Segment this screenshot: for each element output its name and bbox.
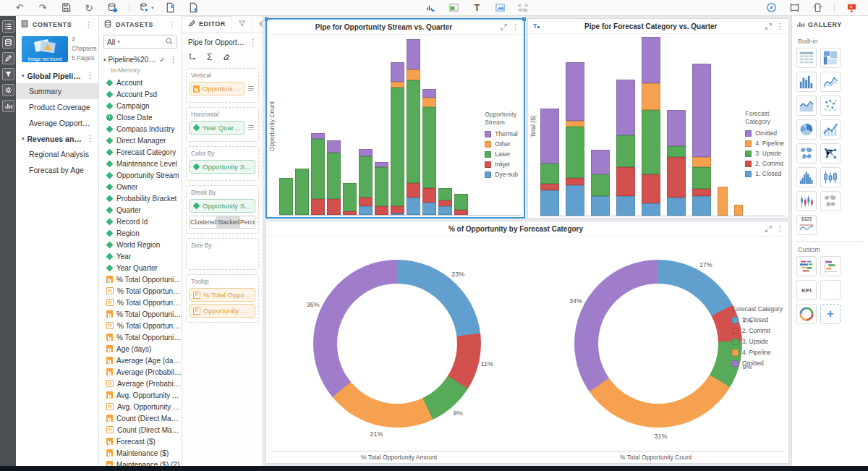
dataset-filter-dropdown[interactable]: All — [107, 38, 115, 46]
sidebar-page-forecast-by-age[interactable]: Forecast by Age — [16, 162, 98, 178]
stacked-bar[interactable] — [591, 37, 610, 216]
sidebar-page-average-opportunity[interactable]: Average Opportunity — [16, 115, 98, 131]
bar-segment-thermal[interactable] — [311, 133, 325, 138]
bar-segment-laser[interactable] — [407, 80, 420, 183]
bar-segment-other[interactable] — [407, 69, 420, 80]
toggle-clustered[interactable]: Clustered — [190, 216, 217, 228]
bar-segment-laser[interactable] — [375, 167, 388, 206]
dataset-field-row[interactable]: Quarter — [106, 204, 182, 216]
bar-segment-laser[interactable] — [454, 194, 468, 210]
bar-segment-4-pipeline[interactable] — [642, 83, 660, 110]
rail-gallery-icon[interactable] — [2, 100, 14, 112]
stacked-bar[interactable] — [734, 37, 743, 216]
sidebar-page-summary[interactable]: Summary — [16, 83, 98, 99]
stacked-bar[interactable] — [566, 37, 584, 216]
dataset-field-row[interactable]: Owner — [106, 181, 182, 192]
dataset-field-row[interactable]: Campaign — [106, 100, 182, 111]
gallery-tile-kpi[interactable]: KPI — [796, 280, 817, 300]
gallery-tile-table[interactable] — [796, 48, 817, 68]
rail-filter-icon[interactable] — [2, 68, 14, 80]
dataset-search-box[interactable]: All ▾ — [103, 35, 177, 49]
bar-segment-dye-sub[interactable] — [438, 206, 452, 215]
editor-menu-icon[interactable]: ⋮ — [247, 38, 258, 47]
gallery-tile-area-chart[interactable] — [796, 96, 817, 116]
chapter-row[interactable]: ▾Revenues and For...⋮ — [16, 131, 98, 146]
bar-segment-inkjet[interactable] — [438, 200, 452, 205]
sidebar-page-regional-analysis[interactable]: Regional Analysis — [16, 146, 98, 162]
capture-region-icon[interactable] — [788, 1, 801, 14]
bar-segment-thermal[interactable] — [375, 162, 388, 167]
stacked-bar[interactable] — [642, 37, 660, 216]
gallery-tile-box-plot[interactable] — [820, 167, 841, 187]
bar-segment-1-closed[interactable] — [667, 198, 686, 216]
bar-segment-4-pipeline[interactable] — [734, 205, 743, 216]
stacked-bar[interactable] — [359, 38, 373, 215]
dataset-field-row[interactable]: World Region — [106, 239, 182, 250]
gallery-tile-line-chart[interactable] — [820, 72, 841, 92]
chevron-down-icon[interactable]: ▾ — [103, 57, 106, 63]
datasets-menu-icon[interactable]: ⋮ — [166, 20, 177, 30]
dataset-row[interactable]: ▾ Pipeline%20data%2... ✓ ⋮ — [99, 54, 182, 66]
rail-editor-icon[interactable] — [2, 52, 14, 64]
stacked-bar[interactable] — [327, 38, 341, 215]
bar-segment-4-pipeline[interactable] — [718, 187, 728, 216]
contents-menu-icon[interactable]: ⋮ — [83, 20, 94, 30]
bar-segment-3-upside[interactable] — [692, 167, 711, 189]
stacked-bar[interactable] — [311, 38, 325, 215]
dataset-field-row[interactable]: Forecast ($) — [106, 436, 182, 447]
chapter-row[interactable]: ▾Global Pipeline⋮ — [16, 68, 98, 83]
dataset-field-row[interactable]: % Total Opportunity A... — [106, 273, 182, 285]
bar-segment-3-upside[interactable] — [667, 146, 686, 157]
undo-icon[interactable]: ↶ — [13, 1, 26, 14]
donut-panel-menu-icon[interactable]: ⋮ — [775, 224, 786, 234]
bar-segment-thermal[interactable] — [422, 89, 436, 98]
bar-segment-laser[interactable] — [343, 183, 357, 211]
bar-segment-1-closed[interactable] — [692, 196, 711, 216]
gallery-tile-world-map[interactable] — [796, 143, 817, 164]
dataset-field-row[interactable]: Average (Age (days)) — [106, 355, 182, 366]
rail-contents-icon[interactable] — [2, 20, 14, 33]
add-image-icon[interactable] — [494, 1, 507, 14]
chart2-menu-icon[interactable]: ⋮ — [775, 22, 786, 31]
axis-chip[interactable]: fx% Total Opport... — [190, 288, 255, 302]
dataset-field-row[interactable]: Account — [106, 77, 182, 88]
gallery-tile-network[interactable] — [820, 143, 841, 164]
gallery-tile-bar-chart[interactable] — [796, 72, 817, 92]
bar-segment-3-upside[interactable] — [616, 135, 635, 167]
dataset-field-row[interactable]: Region — [106, 227, 182, 239]
dataset-field-row[interactable]: Maintenance ($) (2) — [106, 459, 182, 466]
bar-segment-thermal[interactable] — [359, 149, 373, 156]
add-html-icon[interactable]: < >HTML — [517, 1, 530, 14]
maximize-icon[interactable] — [762, 225, 775, 233]
axes-icon[interactable] — [188, 52, 197, 62]
donut-chart-panel[interactable]: % of Opportunity by Forecast Category ⋮ … — [265, 221, 789, 464]
bar-segment-1-closed[interactable] — [616, 196, 635, 216]
gallery-tile-gantt[interactable] — [820, 256, 841, 276]
gallery-tile-add-visualization[interactable]: + — [820, 304, 841, 324]
rail-data-icon[interactable] — [2, 36, 14, 48]
stacked-bar[interactable] — [422, 38, 436, 215]
eraser-icon[interactable] — [222, 52, 231, 62]
bar-segment-inkjet[interactable] — [343, 211, 357, 215]
bar-segment-omitted[interactable] — [566, 62, 584, 122]
bar-segment-dye-sub[interactable] — [407, 198, 420, 216]
tab-settings[interactable] — [252, 16, 263, 33]
dataset-field-row[interactable]: Account Psd — [106, 88, 182, 100]
stacked-bar[interactable] — [692, 37, 711, 216]
bar-segment-laser[interactable] — [327, 153, 341, 199]
stacked-bar[interactable] — [667, 37, 686, 216]
maximize-icon[interactable] — [762, 22, 775, 30]
axis-settings-icon[interactable]: ☰ — [247, 124, 255, 132]
data-connections-icon[interactable] — [106, 1, 119, 14]
maximize-icon[interactable] — [498, 23, 510, 31]
rail-settings-icon[interactable] — [2, 84, 14, 96]
stacked-bar[interactable] — [718, 37, 728, 216]
stacked-bar[interactable] — [407, 38, 420, 215]
dataset-field-row[interactable]: % Total Opportunity ... — [106, 331, 182, 343]
bar-segment-thermal[interactable] — [327, 140, 341, 153]
sigma-icon[interactable]: Σ — [207, 52, 212, 62]
layout-icon[interactable] — [811, 1, 824, 14]
bar-segment-omitted[interactable] — [667, 110, 686, 145]
bar-segment-3-upside[interactable] — [566, 127, 584, 179]
present-icon[interactable] — [845, 1, 858, 14]
